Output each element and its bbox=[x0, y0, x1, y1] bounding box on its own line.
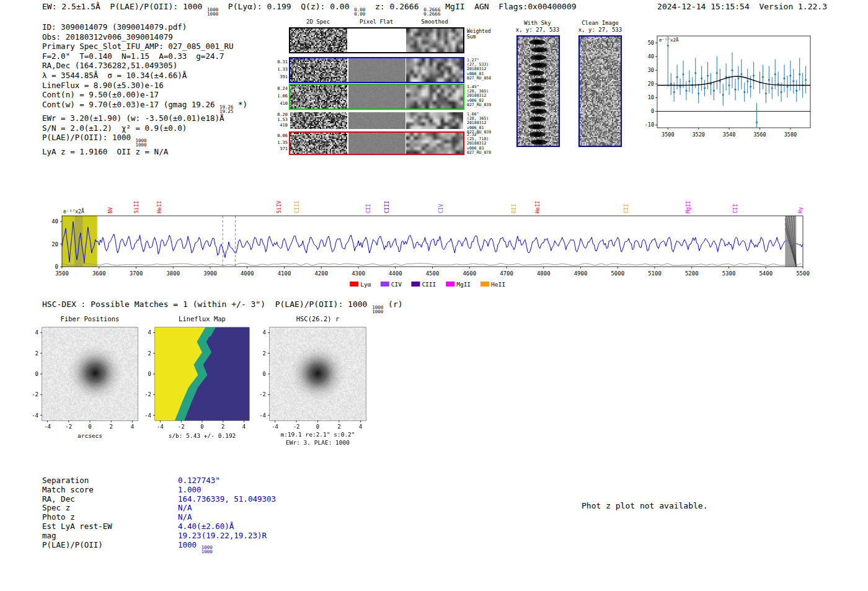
smoothed-canvas bbox=[406, 112, 463, 129]
fit-plot-yticks: -1001020304050 bbox=[645, 40, 657, 128]
svg-text:4: 4 bbox=[242, 424, 246, 430]
stacked-fraction: 0.000.00 bbox=[354, 7, 365, 16]
emission-label-CIII: CIII bbox=[384, 201, 390, 213]
info-line-8: Cont(w) = 9.70(±0.03)e-17 (gmag 19.26 19… bbox=[42, 100, 247, 114]
svg-text:4200: 4200 bbox=[314, 270, 328, 277]
svg-text:0: 0 bbox=[263, 371, 266, 377]
summary-header: EW: 2.5±1.5Å P(LAE)/P(OII): 1000 1000100… bbox=[42, 2, 577, 16]
withsky-canvas bbox=[518, 37, 559, 146]
catalog-match-header: HSC-DEX : Possible Matches = 1 (within +… bbox=[42, 300, 403, 314]
match-row-label: P(LAE)/P(OII) bbox=[42, 541, 178, 550]
fit-plot-xticks: 35003520354035603580 bbox=[662, 128, 797, 138]
spec2d-row-annotation: 1.66"(28, 365)20180312v006_01027_RU_039 bbox=[467, 112, 493, 135]
match-row-value: 164.736339, 51.049303 bbox=[178, 494, 276, 504]
svg-text:CIII: CIII bbox=[422, 281, 436, 288]
spectrum-xticks: 3500360037003800390040004100420043004400… bbox=[55, 267, 810, 277]
match-row-label: Est LyA rest-EW bbox=[42, 522, 178, 531]
svg-text:4: 4 bbox=[359, 424, 362, 430]
dashed-line-markers bbox=[223, 216, 235, 267]
fraction-bottom: 0.00 bbox=[354, 12, 365, 16]
stacked-fraction: 10001000 bbox=[136, 138, 147, 147]
emission-label-SiIV: SiIV bbox=[276, 201, 282, 213]
svg-text:3700: 3700 bbox=[130, 270, 143, 277]
catalog-match-table: Separation0.127743"Match score1.000RA, D… bbox=[42, 476, 276, 554]
lineflux_map-canvas bbox=[155, 327, 249, 420]
line-fit-plot: 35003520354035603580-1001020304050e⁻¹⁷x2… bbox=[629, 30, 822, 146]
emission-line-labels: NVSiIIHeIISiIVCIIICIICIIICIVOIIHeIICIIMg… bbox=[107, 201, 804, 213]
info-line-3: F=2.0" T=0.140 N=1.15 A=0.33 g=24.7 bbox=[42, 51, 247, 61]
svg-text:-4: -4 bbox=[272, 424, 278, 430]
info-line-6: LineFlux = 8.90(±5.30)e-16 bbox=[42, 81, 247, 91]
svg-text:2: 2 bbox=[221, 424, 224, 430]
emission-label-MgII: MgII bbox=[685, 201, 691, 213]
svg-text:4600: 4600 bbox=[463, 270, 476, 277]
svg-text:10: 10 bbox=[648, 94, 654, 100]
svg-text:50: 50 bbox=[648, 40, 654, 46]
match-row-label: Separation bbox=[42, 476, 178, 486]
info-line-0: ID: 3090014079 (3090014079.pdf) bbox=[42, 22, 247, 32]
match-table-row: Spec zN/A bbox=[42, 504, 276, 513]
match-table-row: Est LyA rest-EW4.40(±2.60)Å bbox=[42, 522, 276, 531]
stacked-fraction: 0.26660.2666 bbox=[423, 7, 440, 16]
emission-label-Hγ: Hγ bbox=[797, 207, 804, 213]
spec2d-cutout-canvas bbox=[290, 112, 347, 129]
svg-text:2: 2 bbox=[35, 350, 38, 357]
fraction-bottom: 1000 bbox=[202, 549, 213, 554]
svg-text:40: 40 bbox=[648, 53, 654, 60]
clean-image-title-block: Clean Image x, y: 27, 533 bbox=[572, 20, 629, 33]
spec2d-left-label: 1.06 bbox=[276, 92, 288, 100]
spec2d-left-label: 1.53 bbox=[276, 117, 288, 122]
spec2d-panel: 2D SpecPixel FlatSmoothedWeighted Sum0.3… bbox=[276, 17, 493, 163]
svg-text:4500: 4500 bbox=[426, 270, 440, 277]
svg-text:4: 4 bbox=[148, 329, 151, 335]
svg-text:-4: -4 bbox=[157, 424, 164, 430]
emission-label-HeII: HeII bbox=[534, 201, 541, 213]
info-line-5: λ = 3544.85Å σ = 10.34(±4.66)Å bbox=[42, 71, 247, 81]
info-line-1: Obs: 20180312v006_3090014079 bbox=[42, 32, 247, 42]
match-table-row: mag19.23(19.22,19.23)R bbox=[42, 531, 276, 541]
svg-text:-2: -2 bbox=[178, 424, 185, 430]
spec2d-left-label: 0.24 bbox=[276, 85, 288, 92]
smoothed-canvas bbox=[406, 58, 463, 82]
svg-text:4000: 4000 bbox=[241, 270, 254, 277]
hsc-caption-1: EWr: 3. PLAE: 1000 bbox=[286, 439, 350, 446]
spec2d-annotation-line: 027_RU_078 bbox=[467, 151, 493, 155]
match-row-value: 1000 10001000 bbox=[178, 540, 213, 549]
match-table-row: P(LAE)/P(OII)1000 10001000 bbox=[42, 541, 276, 554]
spec2d-annotation-line: 027_RU_058 bbox=[467, 76, 493, 81]
pixel-flat-canvas bbox=[348, 29, 405, 52]
svg-text:20: 20 bbox=[51, 241, 58, 247]
svg-text:0: 0 bbox=[35, 371, 38, 377]
svg-text:4800: 4800 bbox=[537, 270, 551, 277]
spec2d-row-left-labels: 0.311.33391 bbox=[276, 58, 288, 81]
svg-text:4400: 4400 bbox=[389, 270, 402, 277]
spec2d-cutout-canvas bbox=[290, 29, 347, 52]
svg-text:5000: 5000 bbox=[611, 270, 624, 277]
match-row-value: 0.127743" bbox=[178, 476, 220, 485]
pixel-flat-canvas bbox=[348, 58, 405, 82]
spec2d-column-header: Pixel Flat bbox=[360, 19, 393, 25]
svg-text:3500: 3500 bbox=[662, 131, 674, 138]
svg-text:4900: 4900 bbox=[574, 270, 588, 277]
svg-text:0: 0 bbox=[148, 371, 151, 377]
withsky-title-block: With Sky x, y: 27, 533 bbox=[508, 20, 567, 33]
timestamp: 2024-12-14 15:15:54 Version 1.22.3 bbox=[657, 2, 827, 11]
match-row-label: RA, Dec bbox=[42, 495, 178, 504]
match-row-label: Spec z bbox=[42, 504, 178, 513]
pixel-flat-canvas bbox=[348, 85, 405, 109]
match-row-value: 4.40(±2.60)Å bbox=[178, 522, 234, 531]
detection-info-block: ID: 3090014079 (3090014079.pdf)Obs: 2018… bbox=[42, 22, 247, 157]
masked-region-hatch bbox=[785, 216, 796, 267]
fraction-bottom: 1000 bbox=[207, 12, 218, 16]
spec2d-row-annotation: 1.45"(28, 365)20180312v006_02027_RU_039 bbox=[467, 85, 493, 107]
pixel-flat-canvas bbox=[348, 112, 405, 129]
spec2d-annotation-line: Weighted Sum bbox=[467, 29, 493, 40]
match-row-value: 1.000 bbox=[178, 485, 202, 494]
stacked-fraction: 10001000 bbox=[202, 545, 213, 554]
svg-text:3540: 3540 bbox=[723, 131, 735, 138]
spec2d-left-label: 0.06 bbox=[276, 133, 288, 140]
spec2d-row-annotation: 1.27"(27, 533)20180312v006_01027_RU_058 bbox=[467, 58, 493, 81]
svg-text:5500: 5500 bbox=[796, 270, 810, 277]
emission-label-CIV: CIV bbox=[438, 204, 444, 213]
spec2d-left-label: 1.33 bbox=[276, 66, 288, 73]
